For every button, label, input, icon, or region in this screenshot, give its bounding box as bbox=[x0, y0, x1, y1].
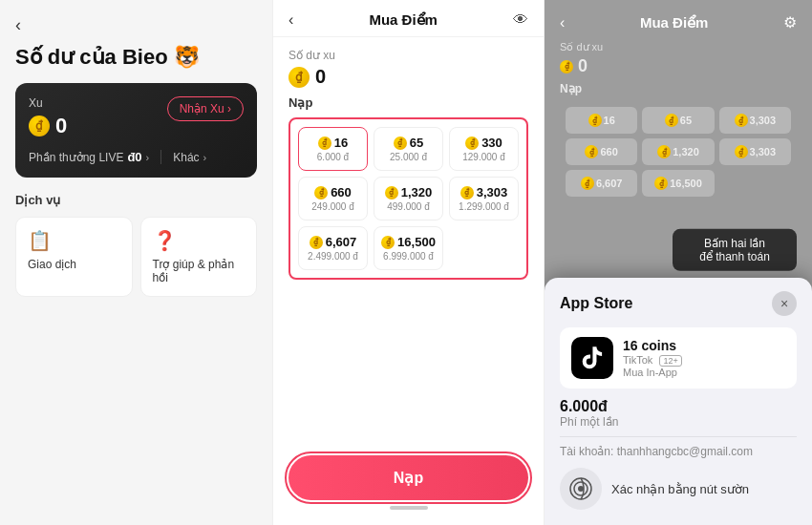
service-giao-dich[interactable]: 📋 Giao dịch bbox=[15, 217, 133, 297]
coin-price-6607: 2.499.000 đ bbox=[305, 251, 361, 262]
services-title: Dịch vụ bbox=[15, 193, 257, 207]
r-coin-amount-1320: ₫ 1,320 bbox=[647, 145, 709, 158]
right-coin-6607: ₫ 6,607 bbox=[566, 170, 637, 197]
right-balance-label: Số dư xu bbox=[560, 41, 797, 53]
giao-dich-icon: 📋 bbox=[28, 229, 52, 252]
r-coin-amount-65: ₫ 65 bbox=[647, 114, 709, 127]
tro-giup-icon: ❓ bbox=[153, 229, 177, 252]
touch-id-button[interactable] bbox=[560, 468, 602, 510]
coin-amount-3303: ₫ 3,303 bbox=[456, 185, 512, 200]
coin-price-330: 129.000 đ bbox=[456, 152, 512, 162]
coin-amount-330: ₫ 330 bbox=[456, 136, 512, 150]
svg-point-2 bbox=[578, 486, 584, 492]
account-label: Tài khoản: bbox=[560, 445, 613, 458]
right-panel: ‹ Mua Điểm ⚙ Số dư xu ₫ 0 Nạp ₫ 16 ₫ bbox=[545, 0, 812, 525]
right-title: Mua Điểm bbox=[640, 14, 709, 32]
right-balance-section: Số dư xu ₫ 0 bbox=[545, 32, 812, 82]
coin-option-3303[interactable]: ₫ 3,303 1.299.000 đ bbox=[449, 177, 519, 220]
coin-amount-1320: ₫ 1,320 bbox=[380, 185, 437, 200]
app-type: Mua In-App bbox=[623, 367, 785, 378]
app-info: 16 coins TikTok 12+ Mua In-App bbox=[623, 338, 785, 378]
khac-label: Khác bbox=[173, 151, 199, 164]
appstore-app-row: 16 coins TikTok 12+ Mua In-App bbox=[560, 327, 797, 388]
coin-option-1320[interactable]: ₫ 1,320 499.000 đ bbox=[374, 177, 443, 220]
coin-price-3303: 1.299.000 đ bbox=[456, 201, 512, 212]
nap-button[interactable]: Nạp bbox=[288, 455, 528, 500]
mid-footer: Nạp bbox=[273, 444, 544, 525]
tap-hint: Bấm hai lần để thanh toán bbox=[673, 229, 797, 271]
coins-grid: ₫ 16 6.000 đ ₫ 65 25.000 đ ₫ 330 129.000… bbox=[288, 117, 528, 280]
appstore-close-button[interactable]: × bbox=[772, 291, 797, 316]
coin-amount-65: ₫ 65 bbox=[380, 136, 437, 150]
right-coin-660: ₫ 660 bbox=[566, 138, 637, 165]
khac-item[interactable]: Khác › bbox=[173, 150, 206, 164]
home-indicator bbox=[390, 506, 428, 510]
left-back-arrow[interactable]: ‹ bbox=[15, 15, 21, 35]
right-coin-16500: ₫ 16,500 bbox=[642, 170, 714, 197]
coin-option-16[interactable]: ₫ 16 6.000 đ bbox=[298, 127, 368, 171]
coin-icon-sm-3303: ₫ bbox=[460, 186, 474, 200]
phan-thuong-amount: đ0 bbox=[127, 150, 141, 164]
right-coin-3303b: ₫ 3,303 bbox=[719, 138, 791, 165]
app-name: 16 coins bbox=[623, 338, 785, 353]
rewards-row: Phần thưởng LIVE đ0 › Khác › bbox=[29, 150, 244, 164]
coin-icon-left: ₫ bbox=[29, 116, 50, 136]
right-coins-grid: ₫ 16 ₫ 65 ₫ 3,303 ₫ 660 bbox=[560, 101, 797, 202]
balance-card: Xu ₫ 0 Nhận Xu › Phần thưởng LIVE đ0 › K… bbox=[15, 83, 257, 178]
r-coin-amount-660: ₫ 660 bbox=[570, 145, 632, 158]
coin-option-660[interactable]: ₫ 660 249.000 đ bbox=[298, 177, 368, 220]
phan-thuong-arrow: › bbox=[146, 152, 150, 163]
service-tro-giup[interactable]: ❓ Trợ giúp & phản hồi bbox=[140, 217, 258, 297]
coin-option-6607[interactable]: ₫ 6,607 2.499.000 đ bbox=[298, 226, 368, 270]
confirm-label: Xác nhận bằng nút sườn bbox=[611, 482, 749, 496]
mid-balance-label: Số dư xu bbox=[288, 49, 528, 62]
right-gear-icon[interactable]: ⚙ bbox=[783, 13, 797, 32]
app-meta: TikTok 12+ bbox=[623, 354, 785, 367]
coin-option-330[interactable]: ₫ 330 129.000 đ bbox=[449, 127, 519, 171]
price-note: Phí một lần bbox=[560, 415, 797, 429]
mid-balance-num: 0 bbox=[315, 66, 326, 88]
account-email: thanhhangcbc@gmail.com bbox=[617, 445, 753, 458]
reward-divider bbox=[160, 150, 161, 164]
mid-balance-section: Số dư xu ₫ 0 bbox=[273, 37, 544, 95]
mid-back-arrow[interactable]: ‹ bbox=[288, 11, 293, 29]
mid-coin-icon: ₫ bbox=[288, 67, 310, 88]
coin-price-660: 249.000 đ bbox=[305, 201, 361, 212]
right-coin-16: ₫ 16 bbox=[566, 107, 637, 134]
confirm-section: Xác nhận bằng nút sườn bbox=[560, 468, 797, 510]
mid-nap-label: Nạp bbox=[273, 95, 544, 117]
r-coin-amount-16: ₫ 16 bbox=[570, 114, 632, 127]
coin-price-1320: 499.000 đ bbox=[380, 201, 437, 212]
right-top-bar: ‹ Mua Điểm ⚙ bbox=[545, 0, 812, 32]
coin-icon-sm-6607: ₫ bbox=[310, 236, 323, 249]
mid-title: Mua Điểm bbox=[369, 11, 438, 29]
appstore-popup: App Store × 16 coins TikTok 12+ Mua In-A… bbox=[545, 278, 812, 525]
right-coin-65: ₫ 65 bbox=[642, 107, 714, 134]
xu-number: 0 bbox=[55, 114, 67, 138]
coin-price-16500: 6.999.000 đ bbox=[380, 251, 437, 262]
left-title: Số dư của Bieo 🐯 bbox=[15, 45, 257, 70]
coin-icon-sm-16500: ₫ bbox=[381, 236, 395, 249]
coin-icon-sm-330: ₫ bbox=[465, 136, 479, 150]
left-panel: ‹ Số dư của Bieo 🐯 Xu ₫ 0 Nhận Xu › Phần… bbox=[0, 0, 272, 525]
phan-thuong-item[interactable]: Phần thưởng LIVE đ0 › bbox=[29, 150, 149, 164]
divider-line-1 bbox=[560, 436, 797, 437]
mid-panel: ‹ Mua Điểm 👁 Số dư xu ₫ 0 Nạp ₫ 16 6.000… bbox=[272, 0, 545, 525]
nhan-xu-button[interactable]: Nhận Xu › bbox=[167, 96, 244, 121]
right-balance-row: ₫ 0 bbox=[560, 56, 797, 76]
appstore-header: App Store × bbox=[560, 291, 797, 316]
giao-dich-label: Giao dịch bbox=[28, 258, 76, 271]
coin-amount-6607: ₫ 6,607 bbox=[305, 235, 361, 249]
coin-amount-660: ₫ 660 bbox=[305, 185, 361, 200]
coin-icon-sm: ₫ bbox=[318, 136, 331, 150]
right-nap-label: Nạp bbox=[545, 82, 812, 101]
coin-option-16500[interactable]: ₫ 16,500 6.999.000 đ bbox=[374, 226, 443, 270]
right-back-arrow[interactable]: ‹ bbox=[560, 14, 565, 32]
khac-arrow: › bbox=[203, 152, 207, 163]
mid-eye-icon[interactable]: 👁 bbox=[513, 11, 528, 29]
coin-price-65: 25.000 đ bbox=[380, 152, 437, 162]
coin-icon-sm-1320: ₫ bbox=[385, 186, 398, 200]
services-grid: 📋 Giao dịch ❓ Trợ giúp & phản hồi bbox=[15, 217, 257, 297]
right-coin-3303: ₫ 3,303 bbox=[719, 107, 791, 134]
coin-option-65[interactable]: ₫ 65 25.000 đ bbox=[374, 127, 443, 171]
